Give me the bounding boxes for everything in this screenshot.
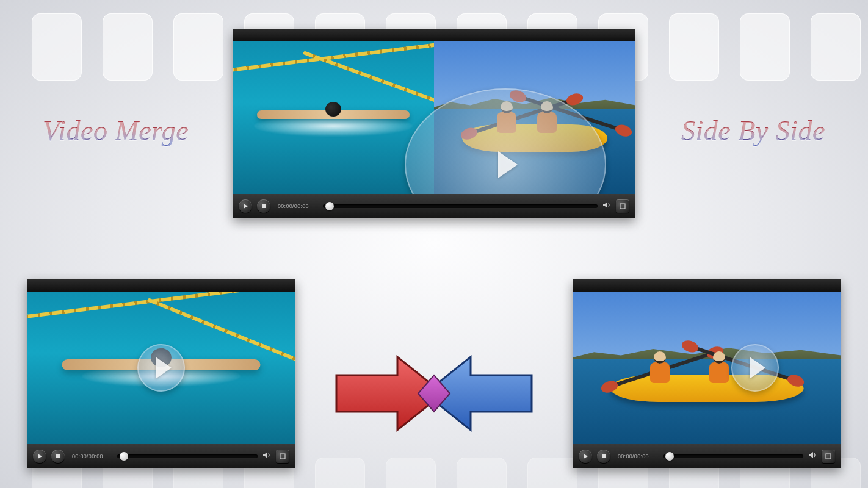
play-icon	[582, 453, 588, 459]
stop-button[interactable]	[257, 199, 270, 213]
svg-rect-11	[826, 454, 831, 459]
title-left: Video Merge	[43, 115, 189, 147]
timecode: 00:00/00:00	[72, 453, 110, 459]
fullscreen-icon	[620, 203, 626, 209]
clip-kayak	[573, 292, 841, 444]
svg-rect-7	[280, 454, 285, 459]
play-overlay-icon[interactable]	[731, 344, 779, 392]
seek-bar[interactable]	[323, 204, 598, 208]
volume-icon	[808, 451, 817, 459]
seek-bar[interactable]	[117, 454, 258, 458]
svg-marker-6	[263, 452, 267, 458]
fullscreen-button[interactable]	[276, 450, 289, 463]
promo-stage: Video Merge Side By Side	[0, 0, 868, 488]
seek-bar[interactable]	[663, 454, 803, 458]
merged-video-player: 00:00/00:00	[233, 29, 635, 218]
player-controls: 00:00/00:00	[573, 444, 841, 468]
fullscreen-button[interactable]	[616, 199, 629, 213]
volume-button[interactable]	[808, 451, 817, 462]
play-icon	[242, 203, 248, 209]
svg-rect-5	[56, 454, 60, 458]
svg-marker-0	[244, 204, 248, 209]
svg-rect-9	[602, 454, 606, 458]
stop-button[interactable]	[597, 450, 610, 463]
play-button[interactable]	[579, 450, 592, 463]
merged-video-screen[interactable]	[233, 41, 635, 194]
play-icon	[37, 453, 43, 459]
player-titlebar	[27, 279, 295, 292]
svg-marker-8	[584, 454, 588, 459]
svg-marker-2	[603, 202, 607, 208]
play-overlay-icon[interactable]	[137, 344, 185, 392]
svg-marker-10	[809, 452, 813, 458]
stop-button[interactable]	[51, 450, 65, 463]
fullscreen-icon	[825, 453, 831, 459]
stop-icon	[601, 453, 607, 459]
svg-rect-3	[620, 204, 625, 209]
play-button[interactable]	[33, 450, 46, 463]
player-titlebar	[233, 29, 635, 41]
player-controls: 00:00/00:00	[233, 194, 635, 218]
volume-button[interactable]	[602, 201, 611, 212]
clip-swimmer	[233, 41, 434, 194]
source-video-screen-right[interactable]	[573, 292, 841, 444]
seek-knob[interactable]	[120, 452, 128, 461]
timecode: 00:00/00:00	[278, 203, 316, 209]
seek-knob[interactable]	[325, 202, 334, 210]
fullscreen-button[interactable]	[822, 450, 835, 463]
merge-arrows-icon	[330, 342, 538, 448]
source-video-player-left: 00:00/00:00	[27, 279, 295, 468]
play-button[interactable]	[239, 199, 252, 213]
volume-button[interactable]	[262, 451, 271, 462]
svg-rect-1	[262, 204, 266, 208]
stop-icon	[55, 453, 61, 459]
source-video-player-right: 00:00/00:00	[573, 279, 841, 468]
title-right: Side By Side	[681, 115, 825, 147]
player-controls: 00:00/00:00	[27, 444, 295, 468]
volume-icon	[602, 201, 611, 209]
player-titlebar	[573, 279, 841, 292]
svg-marker-4	[38, 454, 42, 459]
source-video-screen-left[interactable]	[27, 292, 295, 444]
timecode: 00:00/00:00	[618, 453, 656, 459]
fullscreen-icon	[280, 453, 286, 459]
stop-icon	[261, 203, 267, 209]
volume-icon	[262, 451, 271, 459]
seek-knob[interactable]	[665, 452, 674, 461]
